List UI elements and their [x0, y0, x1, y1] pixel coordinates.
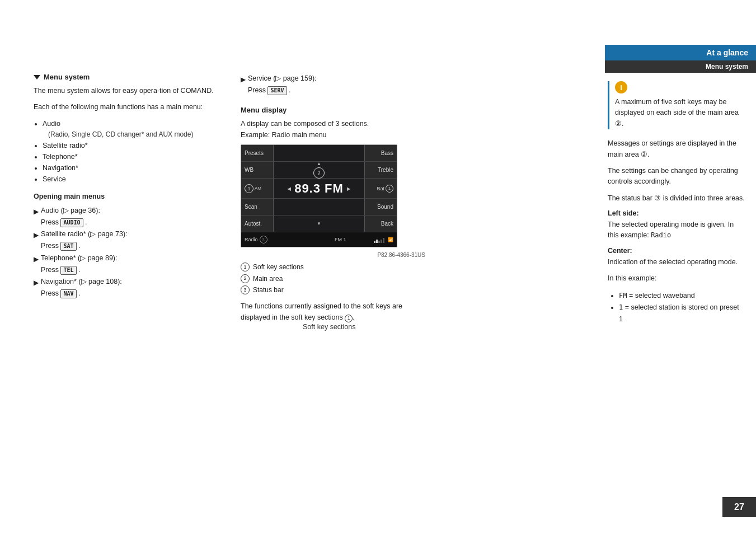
frequency-display: 89.3 FM [294, 181, 344, 196]
legend-circle-2: 2 [241, 274, 250, 283]
list-item: ▶ Audio (▷ page 36): Press AUDIO . [34, 205, 218, 229]
serv-key: SERV [267, 86, 287, 95]
list-item: ▶ Service (▷ page 159): Press SERV . [241, 73, 425, 97]
soft-key-treble: Treble [364, 162, 397, 178]
soft-key-scan: Scan [241, 199, 274, 215]
list-item: ▶ Satellite radio* (▷ page 73): Press SA… [34, 228, 218, 252]
list-item: Telephone* [43, 151, 218, 162]
arrow-icon: ▶ [34, 229, 39, 241]
center-area: ▲ 2 [274, 162, 364, 178]
radio-row: Autost. ▼ Back [241, 216, 397, 232]
center-title: Center: [608, 247, 745, 255]
audio-key: AUDIO [60, 218, 83, 227]
menu-system-label: Menu system [605, 60, 756, 73]
radio-row: Presets Bass [241, 145, 397, 162]
info-box: i A maximum of five soft keys may be dis… [608, 81, 745, 129]
left-side-desc: The selected operating mode is given. In… [608, 219, 745, 241]
list-item: 1 = selected station is stored on preset… [619, 302, 745, 326]
arrow-icon: ▶ [34, 277, 39, 288]
header-banner: At a glance Menu system [605, 45, 756, 73]
menu-display-desc1: A display can be composed of 3 sections. [241, 119, 425, 129]
signal-bars [374, 236, 384, 243]
right-para-1: Messages or settings are displayed in th… [608, 138, 745, 160]
opening-steps-list: ▶ Audio (▷ page 36): Press AUDIO . ▶ Sat… [34, 205, 218, 300]
circle-2: 2 [313, 167, 325, 179]
soft-sections-key-text: Soft key sections [303, 323, 356, 331]
legend-circle-3: 3 [241, 285, 250, 294]
circle-3: 3 [260, 236, 267, 243]
opening-menus-title: Opening main menus [34, 193, 218, 200]
status-left: Radio 3 [245, 236, 307, 243]
status-right: 📶 [374, 236, 393, 243]
info-icon: i [615, 81, 627, 93]
list-item: ▶ Navigation* (▷ page 108): Press NAV . [34, 276, 218, 300]
radio-row: Scan Sound [241, 199, 397, 216]
signal-bar [376, 240, 378, 243]
page-number: 27 [722, 497, 756, 517]
legend-item-1: 1 Soft key sections [241, 261, 425, 273]
legend-circle-1: 1 [241, 263, 250, 271]
list-item: FM = selected waveband [619, 290, 745, 302]
right-column: i A maximum of five soft keys may be dis… [608, 81, 745, 331]
soft-key-back: Back [364, 216, 397, 232]
tel-key: TEL [60, 266, 76, 275]
right-para-2: The settings can be changed by operating… [608, 166, 745, 188]
freq-center: ◄ 89.3 FM ► [274, 179, 364, 198]
list-item: Navigation* [43, 162, 218, 174]
arrow-icon: ▶ [34, 254, 39, 265]
center-area [274, 145, 364, 161]
list-item: Service [43, 174, 218, 185]
list-item: Satellite radio* [43, 140, 218, 151]
section-title: Menu system [34, 73, 218, 81]
signal-bar [378, 241, 380, 243]
legend-list: 1 Soft key sections 2 Main area 3 Status… [241, 261, 425, 296]
radio-row: 1 AM ◄ 89.3 FM ► Bat 1 [241, 179, 397, 199]
soft-key-wb: WB [241, 162, 274, 178]
signal-bar [383, 238, 384, 243]
status-center: FM 1 [309, 237, 372, 242]
center-area [274, 199, 364, 215]
image-caption: P82.86-4366-31US [241, 252, 425, 258]
list-item: ▶ Telephone* (▷ page 89): Press TEL . [34, 252, 218, 277]
legend-item-2: 2 Main area [241, 273, 425, 284]
in-example-label: In this example: [608, 273, 745, 284]
main-menu-intro: Each of the following main functions has… [34, 102, 218, 113]
service-step: ▶ Service (▷ page 159): Press SERV . [241, 73, 425, 97]
soft-key-bass: Bass [364, 145, 397, 161]
soft-key-presets: Presets [241, 145, 274, 161]
info-text: A maximum of five soft keys may be displ… [615, 97, 745, 129]
arrow-icon: ▶ [34, 206, 39, 217]
signal-bar [381, 240, 382, 243]
right-para-3: The status bar ③ is divided into three a… [608, 193, 745, 204]
right-bullet-list: FM = selected waveband 1 = selected stat… [619, 290, 745, 326]
radio-menu-diagram: Presets Bass WB ▲ 2 Treble 1 AM [241, 144, 397, 247]
soft-keys-desc: The functions currently assigned to the … [241, 301, 425, 323]
menu-display-example: Example: Radio main menu [241, 131, 425, 139]
status-row: Radio 3 FM 1 📶 [241, 232, 397, 247]
soft-key-1am: 1 AM [241, 179, 274, 198]
nav-key: NAV [60, 289, 76, 298]
mid-column: ▶ Service (▷ page 159): Press SERV . Men… [241, 73, 425, 329]
main-menu-list: Audio (Radio, Single CD, CD changer* and… [43, 118, 218, 185]
legend-item-3: 3 Status bar [241, 284, 425, 296]
left-side-title: Left side: [608, 209, 745, 217]
soft-key-sound: Sound [364, 199, 397, 215]
center-area: ▼ [274, 216, 364, 232]
circle-bat1: 1 [386, 185, 393, 193]
sat-key: SAT [60, 242, 76, 251]
signal-bar [374, 241, 375, 243]
list-item: Audio (Radio, Single CD, CD changer* and… [43, 118, 218, 140]
soft-key-bat: Bat 1 [364, 179, 397, 198]
triangle-icon [34, 75, 40, 79]
radio-row: WB ▲ 2 Treble [241, 162, 397, 179]
left-column: Menu system The menu system allows for e… [34, 73, 218, 306]
intro-paragraph: The menu system allows for easy opera-ti… [34, 86, 218, 96]
menu-display-title: Menu display [241, 106, 425, 114]
circle-1: 1 [245, 184, 253, 193]
soft-key-autost: Autost. [241, 216, 274, 232]
arrow-icon: ▶ [241, 74, 246, 85]
center-desc: Indication of the selected operating mod… [608, 257, 745, 268]
at-a-glance-label: At a glance [605, 45, 756, 60]
